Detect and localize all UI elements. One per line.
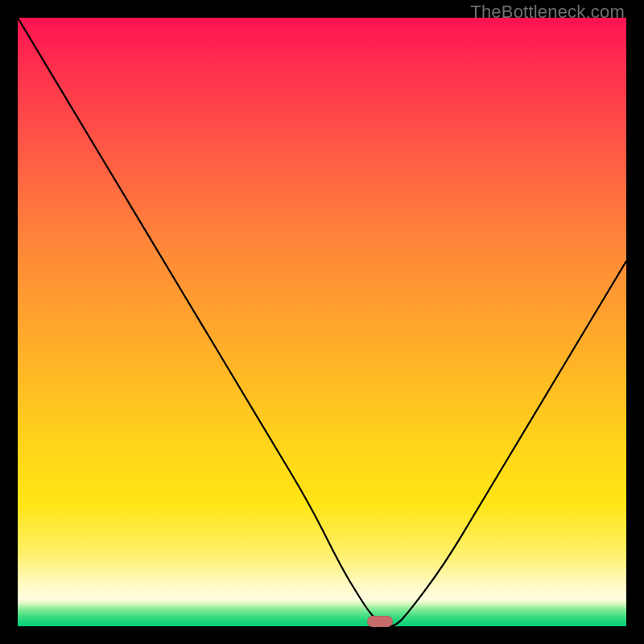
bottleneck-curve: [18, 18, 626, 626]
plot-area: [18, 18, 626, 626]
optimal-marker: [367, 616, 393, 627]
chart-frame: TheBottleneck.com: [0, 0, 644, 644]
watermark-text: TheBottleneck.com: [470, 2, 625, 23]
